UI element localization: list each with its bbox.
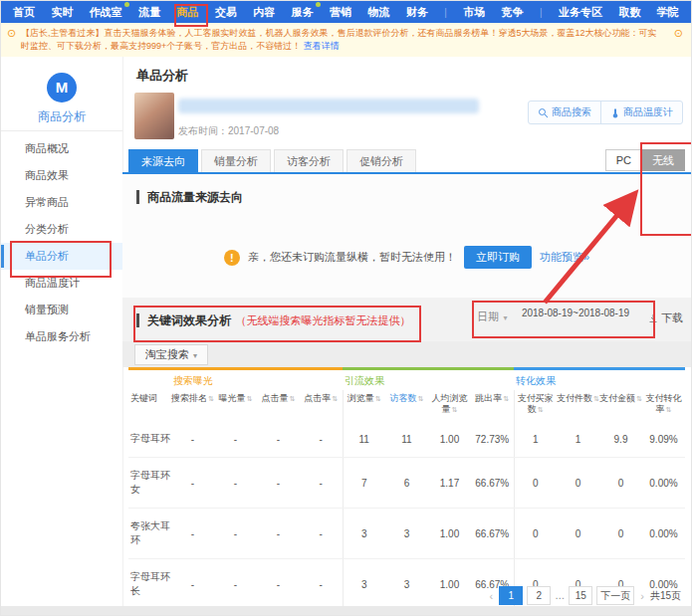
value-cell: 0 — [599, 509, 642, 559]
value-cell: 1.00 — [428, 559, 471, 610]
nav-item-实时[interactable]: 实时 — [51, 5, 73, 20]
nav-item-交易[interactable]: 交易 — [215, 5, 237, 20]
device-toggle-PC[interactable]: PC — [605, 149, 642, 171]
sort-icon: ⇅ — [208, 395, 214, 402]
nav-item-作战室[interactable]: 作战室 — [90, 5, 122, 20]
sidebar-item-商品温度计[interactable]: 商品温度计 — [1, 270, 122, 297]
next-page-button[interactable]: › — [638, 590, 646, 602]
analysis-tabs: 来源去向销量分析访客分析促销分析 — [128, 149, 419, 172]
search-icon — [538, 107, 549, 118]
column-header-支付件数[interactable]: 支付件数⇅ — [557, 390, 599, 421]
value-cell: 9.9 — [599, 421, 642, 458]
product-thermometer-button[interactable]: 商品温度计 — [600, 102, 682, 123]
nav-badge-dot — [316, 2, 321, 7]
column-header-点击量[interactable]: 点击量⇅ — [257, 390, 300, 421]
sort-icon: ⇅ — [332, 395, 338, 402]
blurred-product-title — [178, 99, 479, 113]
tab-来源去向[interactable]: 来源去向 — [128, 149, 198, 172]
nav-item-流量[interactable]: 流量 — [138, 5, 160, 20]
tab-销量分析[interactable]: 销量分析 — [201, 149, 271, 172]
product-search-label: 商品搜索 — [552, 105, 591, 119]
keyword-cell[interactable]: 夸张大耳环 — [128, 509, 171, 559]
nav-item-商品[interactable]: 商品 — [177, 5, 199, 20]
nav-item-市场[interactable]: 市场 — [463, 5, 485, 20]
value-cell: - — [214, 559, 257, 610]
column-header-支付金额[interactable]: 支付金额⇅ — [599, 390, 642, 421]
product-thermometer-label: 商品温度计 — [623, 105, 673, 119]
value-cell: 11 — [343, 421, 385, 458]
column-header-跳出率[interactable]: 跳出率⇅ — [471, 390, 514, 421]
download-button[interactable]: 下载 — [648, 310, 683, 325]
value-cell: 1.00 — [428, 509, 471, 559]
sidebar-title: 商品分析 — [1, 108, 122, 122]
value-cell: 6 — [385, 458, 428, 509]
device-toggle-group: PC无线 — [605, 149, 685, 171]
value-cell: - — [300, 559, 343, 610]
keyword-cell[interactable]: 字母耳环女 — [128, 458, 171, 509]
value-cell: 1 — [557, 421, 599, 458]
device-toggle-无线[interactable]: 无线 — [642, 149, 685, 171]
keyword-cell[interactable]: 字母耳环长 — [128, 559, 171, 610]
value-cell: - — [257, 421, 300, 458]
sort-icon: ⇅ — [503, 395, 509, 402]
tab-促销分析[interactable]: 促销分析 — [346, 149, 416, 172]
sidebar-item-单品分析[interactable]: 单品分析 — [1, 243, 122, 270]
app-root: 首页实时作战室流量商品交易内容服务营销物流财务|市场竞争|业务专区取数学院 ⊙ … — [0, 0, 692, 616]
sidebar-item-商品概况[interactable]: 商品概况 — [1, 135, 122, 162]
sidebar-item-单品服务分析[interactable]: 单品服务分析 — [1, 323, 122, 350]
feature-preview-link[interactable]: 功能预览» — [540, 250, 589, 265]
sidebar: M 商品分析 商品概况商品效果异常商品分类分析单品分析商品温度计销量预测单品服务… — [1, 57, 123, 606]
value-cell: 3 — [385, 559, 428, 610]
column-label: 点击率 — [304, 393, 331, 403]
tab-访客分析[interactable]: 访客分析 — [274, 149, 344, 172]
page-2[interactable]: 2 — [527, 586, 551, 605]
nav-item-业务专区[interactable]: 业务专区 — [559, 5, 602, 20]
sidebar-item-异常商品[interactable]: 异常商品 — [1, 189, 122, 216]
product-search-button[interactable]: 商品搜索 — [529, 102, 600, 123]
source-tab-strip: 淘宝搜索▾ — [122, 341, 691, 367]
sidebar-item-销量预测[interactable]: 销量预测 — [1, 297, 122, 323]
pagination: ‹12…15下一页›共15页 — [488, 586, 681, 605]
column-header-支付买家数[interactable]: 支付买家数⇅ — [514, 390, 557, 421]
nav-item-物流[interactable]: 物流 — [368, 5, 390, 20]
nav-item-营销[interactable]: 营销 — [330, 5, 351, 20]
nav-item-竞争[interactable]: 竞争 — [502, 5, 524, 20]
sidebar-item-分类分析[interactable]: 分类分析 — [1, 216, 122, 243]
column-header-支付转化率[interactable]: 支付转化率⇅ — [642, 390, 685, 421]
value-cell: 7 — [343, 458, 385, 509]
sidebar-item-商品效果[interactable]: 商品效果 — [1, 162, 122, 189]
column-header-浏览量[interactable]: 浏览量⇅ — [343, 390, 385, 421]
notice-detail-link[interactable]: 查看详情 — [304, 41, 340, 51]
column-label: 访客数 — [390, 393, 417, 403]
page-title: 单品分析 — [136, 67, 188, 85]
nav-item-首页[interactable]: 首页 — [13, 5, 35, 20]
value-cell: 3 — [385, 509, 428, 559]
value-cell: 72.73% — [471, 421, 514, 458]
nav-item-学院[interactable]: 学院 — [657, 5, 679, 20]
bottom-strip — [1, 606, 691, 615]
column-header-访客数[interactable]: 访客数⇅ — [385, 390, 428, 421]
caret-down-icon: ▾ — [503, 313, 507, 322]
value-cell: 66.67% — [471, 509, 514, 559]
date-filter[interactable]: 日期 ▾ 2018-08-19~2018-08-19 — [477, 307, 656, 324]
column-label: 点击量 — [262, 393, 289, 403]
table-row: 夸张大耳环----331.0066.67%0000.00% — [128, 509, 685, 559]
nav-item-取数[interactable]: 取数 — [618, 5, 640, 20]
order-now-button[interactable]: 立即订购 — [464, 246, 532, 269]
nav-item-内容[interactable]: 内容 — [253, 5, 275, 20]
value-cell: 11 — [385, 421, 428, 458]
column-header-人均浏览量[interactable]: 人均浏览量⇅ — [428, 390, 471, 421]
nav-item-服务[interactable]: 服务 — [292, 5, 314, 20]
keyword-cell[interactable]: 字母耳环 — [128, 421, 171, 458]
column-header-搜索排名[interactable]: 搜索排名⇅ — [171, 390, 214, 421]
value-cell: 0.00% — [642, 509, 685, 559]
nav-item-财务[interactable]: 财务 — [406, 5, 428, 20]
page-下一页[interactable]: 下一页 — [596, 586, 634, 605]
taobao-search-tab[interactable]: 淘宝搜索▾ — [134, 344, 208, 365]
page-1[interactable]: 1 — [499, 586, 523, 605]
column-header-曝光量[interactable]: 曝光量⇅ — [214, 390, 257, 421]
column-label: 支付买家数 — [518, 393, 554, 414]
column-header-点击率[interactable]: 点击率⇅ — [300, 390, 343, 421]
prev-page-button[interactable]: ‹ — [488, 590, 496, 602]
page-15[interactable]: 15 — [569, 586, 592, 605]
